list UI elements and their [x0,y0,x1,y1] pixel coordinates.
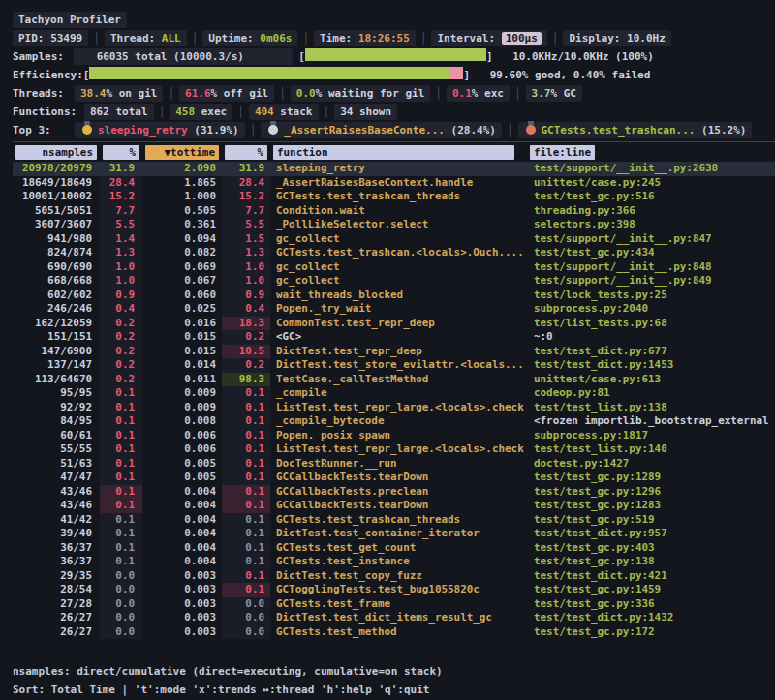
function-cell: sleeping_retry [270,162,530,176]
file-line-cell: test/test_gc.py:1289 [530,471,775,485]
column-header-pct-direct[interactable]: % [103,145,140,160]
pct-cumulative-cell: 0.1 [222,541,270,556]
status-display: Display: 10.0Hz [563,30,670,46]
pct-cumulative-cell: 0.1 [222,414,270,429]
table-row[interactable]: 113/646700.20.01198.3TestCase._callTestM… [13,373,775,387]
efficiency-label: Efficiency: [13,69,83,81]
title-line: Tachyon Profiler [13,10,775,28]
pct-cumulative-cell: 1.5 [222,232,270,247]
function-cell: gc_collect [270,274,530,289]
table-row[interactable]: 95/950.10.0090.1_compilecodeop.py:81 [13,386,775,401]
pct-direct-cell: 0.2 [100,345,142,359]
separator-icon: │ [302,32,309,45]
function-cell: _AssertRaisesBaseContext.handle [270,176,530,191]
tottime-cell: 0.505 [142,204,222,219]
table-row[interactable]: 43/460.10.0040.1GCCallbackTests.tearDown… [13,499,775,513]
table-row[interactable]: 162/120590.20.01618.3CommonTest.test_rep… [13,317,775,331]
function-cell: _PollLikeSelector.select [270,218,530,232]
function-cell: GCTests.test_trashcan_threads [270,513,530,528]
table-row[interactable]: 92/920.10.0090.1ListTest.test_repr_large… [13,401,775,415]
table-row[interactable]: 84/950.10.0080.1_compile_bytecode<frozen… [13,414,775,429]
tottime-cell: 0.094 [142,232,222,247]
tottime-cell: 0.006 [142,429,222,443]
thread-stat-value: 3.7 [532,87,551,100]
table-row[interactable]: 20978/2097931.92.09831.9sleeping_retryte… [13,162,775,176]
function-cell: GCTogglingTests.test_bug1055820c [270,583,530,597]
nsamples-cell: 113/64670 [13,373,100,387]
table-row[interactable]: 824/8741.30.0821.3GCTests.test_trashcan.… [13,246,775,260]
table-row[interactable]: 137/1470.20.0140.2DictTest.test_store_ev… [13,358,775,373]
table-row[interactable]: 51/630.10.0050.1DocTestRunner.__rundocte… [13,457,775,472]
tottime-cell: 0.361 [142,218,222,232]
samples-line: Samples: 66035 total (10000.3/s) [] 10.0… [13,46,775,65]
column-header-file-line[interactable]: file:line [530,145,595,160]
pct-direct-cell: 0.2 [100,317,142,331]
column-header-pct-cumulative[interactable]: % [225,145,267,160]
nsamples-cell: 18649/18649 [13,176,100,191]
file-line-cell: unittest/case.py:613 [530,373,775,387]
table-row[interactable]: 151/1510.20.0150.2<GC>~:0 [13,330,775,345]
tottime-cell: 0.004 [142,555,222,569]
table-row[interactable]: 668/6681.00.0671.0gc_collecttest/support… [13,274,775,289]
pct-direct-cell: 28.4 [100,176,142,191]
table-row[interactable]: 39/400.10.0040.1DictTest.test_container_… [13,527,775,541]
table-row[interactable]: 10001/1000215.21.00015.2GCTests.test_tra… [13,190,775,204]
efficiency-bar-open-bracket: [ [83,69,90,81]
file-line-cell: test/test_list.py:138 [530,401,775,415]
file-line-cell: ~:0 [530,330,775,345]
status-display-value: 10.0Hz [627,32,666,45]
pct-cumulative-cell: 31.9 [222,162,270,176]
nsamples-cell: 690/690 [13,260,100,275]
thread-stat-value: 38.4 [80,87,107,100]
table-row[interactable]: 246/2460.40.0250.4Popen._try_waitsubproc… [13,302,775,317]
file-line-cell: test/test_dict.py:677 [530,345,775,359]
table-row[interactable]: 147/69000.20.01510.5DictTest.test_repr_d… [13,345,775,359]
table-row[interactable]: 27/280.00.0030.0GCTests.test_frametest/t… [13,597,775,612]
table-row[interactable]: 36/370.10.0040.1GCTests.test_instancetes… [13,555,775,569]
status-display-label: Display: [569,32,627,45]
status-line: PID: 53499│Thread: ALL│Uptime: 0m06s│Tim… [13,28,775,46]
table-row[interactable]: 3607/36075.50.3615.5_PollLikeSelector.se… [13,218,775,232]
pct-cumulative-cell: 0.0 [222,611,270,625]
table-row[interactable]: 47/470.10.0050.1GCCallbackTests.tearDown… [13,471,775,485]
table-row[interactable]: 26/270.00.0030.0GCTests.test_methodtest/… [13,625,775,640]
top3-line: Top 3:sleeping_retry (31.9%)│_AssertRais… [13,120,775,138]
status-uptime-label: Uptime: [208,32,260,45]
column-header-tottime-sorted[interactable]: ▼tottime [145,145,219,160]
status-time-label: Time: [320,32,358,45]
column-header-function[interactable]: function [273,145,514,160]
file-line-cell: subprocess.py:2040 [530,302,775,317]
function-cell: ListTest.test_repr_large.<locals>.check [270,442,530,457]
medal-bronze-icon [526,125,536,135]
thread-stat: 0.1% exc [447,85,510,102]
table-row[interactable]: 5051/50517.70.5057.7Condition.waitthread… [13,204,775,219]
pct-cumulative-cell: 0.1 [222,386,270,401]
file-line-cell: subprocess.py:1817 [530,429,775,443]
threads-label: Threads: [13,84,67,103]
table-row[interactable]: 18649/1864928.41.86528.4_AssertRaisesBas… [13,176,775,191]
pct-direct-cell: 0.1 [100,485,142,500]
nsamples-cell: 36/37 [13,555,100,569]
footer-keybindings: Sort: Total Time | 't':mode 'x':trends ↔… [13,681,775,699]
nsamples-cell: 28/54 [13,583,100,597]
table-row[interactable]: 26/270.00.0030.0DictTest.test_dict_items… [13,611,775,625]
table-row[interactable]: 690/6901.00.0691.0gc_collecttest/support… [13,260,775,275]
table-row[interactable]: 36/370.10.0040.1GCTests.test_get_countte… [13,541,775,556]
pct-cumulative-cell: 0.1 [222,513,270,528]
column-header-nsamples[interactable]: nsamples [16,145,97,160]
table-row[interactable]: 41/420.10.0040.1GCTests.test_trashcan_th… [13,513,775,528]
function-cell: Popen._posix_spawn [270,429,530,443]
tottime-cell: 0.004 [142,513,222,528]
functions-line: Functions:862 total│458 exec│404 stack│3… [13,102,775,120]
table-row[interactable]: 43/460.10.0040.1GCCallbackTests.preclean… [13,485,775,500]
table-row[interactable]: 28/540.00.0030.1GCTogglingTests.test_bug… [13,583,775,597]
table-row[interactable]: 941/9801.40.0941.5gc_collecttest/support… [13,232,775,247]
table-row[interactable]: 29/350.00.0030.1DictTest.test_copy_fuzzt… [13,569,775,584]
nsamples-cell: 92/92 [13,401,100,415]
table-row[interactable]: 55/550.10.0060.1ListTest.test_repr_large… [13,442,775,457]
table-row[interactable]: 60/610.10.0060.1Popen._posix_spawnsubpro… [13,429,775,443]
table-row[interactable]: 602/6020.90.0600.9wait_threads_blockedte… [13,289,775,303]
pct-direct-cell: 0.2 [100,358,142,373]
tottime-cell: 0.006 [142,442,222,457]
function-cell: Popen._try_wait [270,302,530,317]
